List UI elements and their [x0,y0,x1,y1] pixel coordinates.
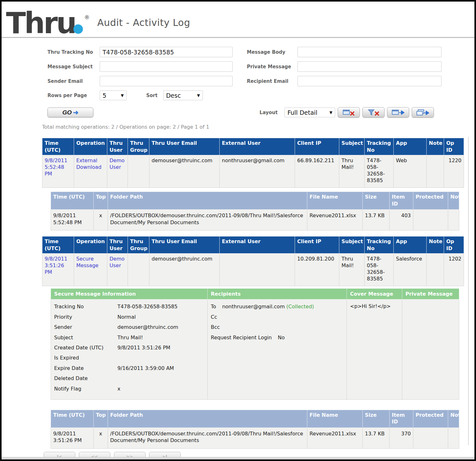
rows-per-page-select[interactable]: 5 ▼ [100,90,127,100]
logo-text: Thru [6,9,75,37]
col-operation: Operation [74,237,107,254]
filter-red-x-icon [367,109,380,116]
action-toolbar: GO ➜ Layout Full Detail ▼ [47,107,474,118]
rows-per-page-label: Rows per Page [47,93,100,98]
info-label: Created Date (UTC) [54,344,117,351]
window-blue-arrow-icon [391,109,405,116]
thru-user-email-cell: demouser@thruinc.com [149,254,220,286]
thru-user-link[interactable]: Demo User [107,155,128,188]
tracking-no-input[interactable] [100,47,233,57]
sender-email-input[interactable] [100,76,233,86]
info-label: Deleted Date [54,375,117,382]
top-cell: x [94,427,108,448]
time-cell: 9/8/2011 5:52:48 PM [51,210,94,231]
col-protected: Protected [413,192,448,210]
subject-cell: Thru Mail! [339,254,365,286]
top-cell: x [94,210,108,231]
col-note: Note [427,237,444,254]
message-subject-label: Message Subject [47,64,100,70]
recipient-email-label: Recipient Email [247,78,298,84]
note-cell [448,427,459,448]
secure-message-info-cell: Tracking NoT478-058-32658-83585 Priority… [51,299,208,400]
info-value [117,354,204,361]
protected-cell [413,427,448,448]
bcc-label: Bcc [211,324,343,331]
item-id-cell: 370 [390,427,413,448]
col-external-user: External User [220,237,295,254]
col-client-ip: Client IP [295,237,339,254]
info-value: Normal [117,314,204,321]
thru-group-cell [128,155,149,188]
private-message-input[interactable] [298,61,442,72]
info-label: Priority [54,314,117,321]
app-cell: Salesforce [394,254,427,286]
operations-table-2: Time (UTC) Operation Thru User Thru Grou… [42,236,464,286]
first-page-button[interactable]: |< [44,452,75,461]
message-subject-input[interactable] [100,61,233,72]
tracking-no-cell: T478-058-32658-83585 [365,155,394,188]
col-time: Time (UTC) [51,192,94,210]
thru-user-link[interactable]: Demo User [107,254,128,286]
size-cell: 13.7 KB [363,427,390,448]
sender-email-label: Sender Email [47,78,100,84]
tracking-no-cell: T478-058-32658-83585 [365,254,394,286]
col-item-id: Item ID [390,192,413,210]
export-all-button[interactable] [412,107,434,118]
message-body-input[interactable] [298,47,442,57]
go-arrow-icon: ➜ [73,109,78,116]
page-title: Audit - Activity Log [97,17,190,28]
tracking-no-label: Thru Tracking No [47,49,100,55]
clear-results-button[interactable] [338,107,360,118]
col-top: Top [94,192,108,210]
prev-page-button[interactable]: << [79,452,110,461]
go-button[interactable]: GO ➜ [47,108,93,117]
col-thru-user-email: Thru User Email [149,138,220,155]
close-window-red-x-icon [342,109,355,116]
secure-message-body-row: Tracking NoT478-058-32658-83585 Priority… [51,299,459,400]
thru-user-email-cell: demouser@thruinc.com [149,155,220,188]
col-operation: Operation [74,138,107,155]
operations-table-1: Time (UTC) Operation Thru User Thru Grou… [42,138,464,188]
col-tracking-no: Tracking No [365,237,394,254]
time-link[interactable]: 9/8/2011 5:52:48 PM [42,155,74,188]
clear-filter-button[interactable] [362,107,385,118]
sort-value: Desc [166,92,181,99]
info-label: Is Expired [54,354,117,361]
cover-message-header: Cover Message [347,289,402,299]
info-value: demouser@thruinc.com [117,324,204,331]
last-page-button[interactable]: >| [149,452,181,461]
table-row: 9/8/2011 5:52:48 PM x /FOLDERS/OUTBOX/de… [51,210,459,231]
next-page-button[interactable]: >> [114,452,146,461]
col-top: Top [94,410,108,427]
op-id-cell: 1220 [444,155,464,188]
recipients-header: Recipients [208,289,347,299]
thru-logo: Thru ® [6,9,88,37]
logo-dot-icon [73,24,83,34]
operation-link[interactable]: External Download [74,155,107,188]
table-header-row: Time (UTC) Operation Thru User Thru Grou… [42,138,464,155]
table-header-row: Time (UTC) Operation Thru User Thru Grou… [42,237,464,254]
col-note: Note [448,192,459,210]
operation-link[interactable]: Secure Message [74,254,107,286]
recipients-cell: To nonthruuser@gmail.com (Collected) Cc … [208,299,347,400]
app-cell: Web [394,155,427,188]
col-file-name: File Name [307,410,363,427]
info-value: x [117,385,204,392]
layout-select[interactable]: Full Detail ▼ [285,108,335,117]
note-cell [448,210,459,231]
table-row: 9/8/2011 3:51:26 PM Secure Message Demo … [42,254,464,286]
folder-path-cell: /FOLDERS/OUTBOX/demouser.thruinc.com/201… [108,210,307,231]
table-header-row: Time (UTC) Top Folder Path File Name Siz… [51,192,459,210]
subject-cell: Thru Mail! [339,155,365,188]
recipient-email-input[interactable] [298,76,442,86]
results-area: Time (UTC) Operation Thru User Thru Grou… [2,130,474,461]
col-external-user: External User [220,138,295,155]
col-thru-user-email: Thru User Email [149,237,220,254]
time-link[interactable]: 9/8/2011 3:51:26 PM [42,254,74,286]
col-tracking-no: Tracking No [365,138,394,155]
to-email: nonthruuser@gmail.com [222,304,285,310]
op-id-cell: 1202 [444,254,464,286]
sort-select[interactable]: Desc ▼ [163,90,203,100]
layout-value: Full Detail [287,109,317,116]
export-page-button[interactable] [387,107,409,118]
